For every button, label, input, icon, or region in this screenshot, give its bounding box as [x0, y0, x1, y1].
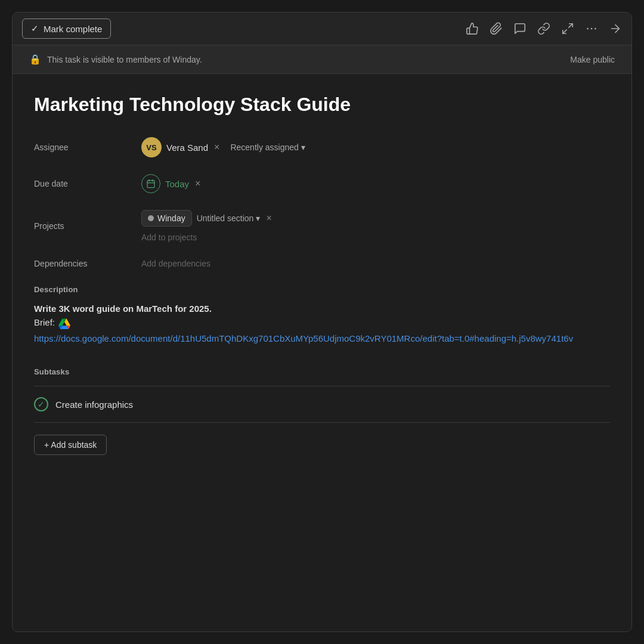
recently-assigned-label: Recently assigned	[230, 143, 298, 152]
add-to-projects-button[interactable]: Add to projects	[141, 233, 197, 242]
avatar: VS	[141, 137, 162, 157]
gdrive-icon	[58, 318, 70, 330]
comment-icon[interactable]	[513, 22, 527, 35]
assignee-row: Assignee VS Vera Sand × Recently assigne…	[34, 137, 610, 157]
remove-due-date-button[interactable]: ×	[194, 178, 202, 189]
svg-line-1	[563, 30, 566, 33]
description-section-title: Description	[34, 285, 610, 294]
description-section: Description Write 3K word guide on MarTe…	[34, 285, 610, 343]
dependencies-label: Dependencies	[34, 259, 141, 268]
thumbs-up-icon[interactable]	[466, 22, 479, 35]
visibility-bar: 🔒 This task is visible to members of Win…	[13, 45, 631, 74]
due-date-label: Due date	[34, 179, 141, 188]
subtask-row: ✓ Create infographics	[34, 386, 610, 423]
svg-rect-6	[147, 181, 154, 188]
svg-line-0	[569, 24, 572, 27]
chevron-down-icon: ▾	[301, 143, 305, 152]
subtask-check-icon[interactable]: ✓	[34, 397, 48, 411]
visibility-text: This task is visible to members of Winda…	[47, 55, 202, 64]
due-date-today[interactable]: Today	[165, 179, 189, 189]
mark-complete-label: Mark complete	[44, 24, 102, 34]
assignee-label: Assignee	[34, 143, 141, 152]
dependencies-value: Add dependencies	[141, 259, 210, 268]
add-dependencies-button[interactable]: Add dependencies	[141, 259, 210, 268]
svg-point-4	[595, 28, 596, 30]
section-chevron-icon: ▾	[256, 213, 260, 223]
subtasks-section: Subtasks ✓ Create infographics + Add sub…	[34, 367, 610, 455]
description-link-row: Brief: https://docs.google.com/document/…	[34, 317, 610, 343]
section-name: Untitled section	[197, 213, 254, 223]
task-panel: ✓ Mark complete	[12, 12, 632, 632]
more-options-icon[interactable]	[585, 22, 598, 35]
visibility-message: 🔒 This task is visible to members of Win…	[29, 54, 202, 65]
description-link[interactable]: https://docs.google.com/document/d/11hU5…	[34, 333, 573, 343]
lock-icon: 🔒	[29, 54, 41, 65]
project-name: Winday	[157, 213, 185, 223]
checkmark-icon: ✓	[31, 23, 39, 34]
subtasks-section-title: Subtasks	[34, 367, 610, 376]
dependencies-row: Dependencies Add dependencies	[34, 259, 610, 268]
remove-project-button[interactable]: ×	[265, 213, 273, 224]
add-subtask-button[interactable]: + Add subtask	[34, 435, 107, 455]
recently-assigned-dropdown[interactable]: Recently assigned ▾	[225, 141, 309, 153]
project-dot	[148, 215, 154, 221]
main-content: Marketing Technology Stack Guide Assigne…	[13, 74, 631, 474]
make-public-button[interactable]: Make public	[570, 55, 615, 64]
svg-point-3	[591, 28, 593, 30]
task-title[interactable]: Marketing Technology Stack Guide	[34, 93, 610, 116]
due-date-value: Today ×	[141, 174, 202, 193]
projects-label: Projects	[34, 221, 141, 231]
mark-complete-button[interactable]: ✓ Mark complete	[22, 18, 111, 39]
projects-value: Winday Untitled section ▾ × Add to proje…	[141, 210, 273, 242]
brief-prefix: Brief:	[34, 317, 55, 327]
section-selector[interactable]: Untitled section ▾	[197, 213, 261, 223]
link-icon[interactable]	[537, 22, 550, 35]
due-date-row: Due date Today ×	[34, 174, 610, 193]
description-main-text[interactable]: Write 3K word guide on MarTech for 2025.	[34, 304, 610, 314]
calendar-icon	[141, 174, 160, 193]
assignee-value: VS Vera Sand × Recently assigned ▾	[141, 137, 310, 157]
attachment-icon[interactable]	[490, 22, 503, 35]
assignee-name: Vera Sand	[166, 143, 208, 153]
remove-assignee-button[interactable]: ×	[213, 142, 221, 153]
toolbar-icons	[466, 22, 622, 35]
forward-icon[interactable]	[609, 22, 622, 35]
project-pill[interactable]: Winday	[141, 210, 192, 227]
svg-point-2	[587, 28, 589, 30]
projects-row: Projects Winday Untitled section ▾ × Add…	[34, 210, 610, 242]
subtask-name: Create infographics	[55, 400, 133, 410]
expand-icon[interactable]	[561, 22, 574, 35]
toolbar: ✓ Mark complete	[13, 13, 631, 45]
